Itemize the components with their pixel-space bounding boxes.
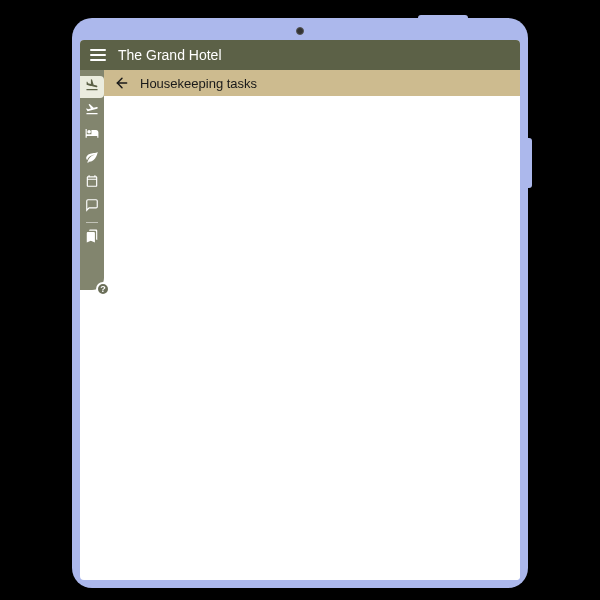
- page-title: Housekeeping tasks: [140, 76, 257, 91]
- main: Housekeeping tasks: [104, 70, 520, 580]
- sidebar-item-housekeeping[interactable]: [80, 148, 104, 170]
- sidebar-divider: [86, 222, 98, 223]
- sidebar-item-departures[interactable]: [80, 100, 104, 122]
- flight-land-icon: [85, 78, 99, 96]
- chat-icon: [85, 198, 99, 216]
- sidebar-item-rooms[interactable]: [80, 124, 104, 146]
- tablet-frame: The Grand Hotel: [72, 18, 528, 588]
- tablet-side-button: [528, 138, 532, 188]
- bookmarks-icon: [85, 229, 99, 247]
- topbar: The Grand Hotel: [80, 40, 520, 70]
- calendar-icon: [85, 174, 99, 192]
- help-badge[interactable]: ?: [96, 282, 110, 296]
- body: ? Housekeeping tasks: [80, 70, 520, 580]
- tablet-top-button: [418, 15, 468, 18]
- app-title: The Grand Hotel: [118, 47, 222, 63]
- subheader: Housekeeping tasks: [104, 70, 520, 96]
- arrow-left-icon: [114, 75, 130, 91]
- help-icon: ?: [100, 284, 106, 294]
- leaf-icon: [85, 150, 99, 168]
- bed-icon: [85, 126, 99, 144]
- sidebar-item-calendar[interactable]: [80, 172, 104, 194]
- flight-takeoff-icon: [85, 102, 99, 120]
- tablet-camera: [296, 27, 304, 35]
- menu-icon[interactable]: [90, 49, 106, 61]
- sidebar-item-bookmarks[interactable]: [80, 227, 104, 249]
- app-screen: The Grand Hotel: [80, 40, 520, 580]
- sidebar-item-messages[interactable]: [80, 196, 104, 218]
- sidebar: ?: [80, 70, 104, 290]
- back-button[interactable]: [114, 75, 130, 91]
- content-area: [104, 96, 520, 580]
- sidebar-item-arrivals[interactable]: [80, 76, 104, 98]
